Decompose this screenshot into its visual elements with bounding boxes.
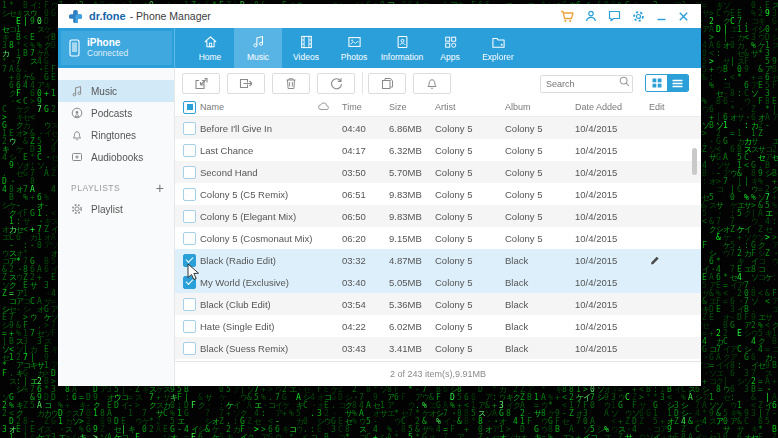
minimize-icon[interactable] [656,11,667,22]
row-checkbox[interactable] [183,232,196,245]
column-artist: Artist [435,102,505,112]
column-size: Size [389,102,435,112]
song-time: 04:17 [342,145,389,156]
song-artist: Colony 5 [435,277,505,288]
phone-icon [69,39,80,57]
sidebar-item-ringtones[interactable]: Ringtones [58,124,174,146]
notification-button[interactable] [413,73,451,94]
row-checkbox[interactable] [183,320,196,333]
song-name: Black (Club Edit) [200,299,318,310]
song-name: Second Hand [200,167,318,178]
tab-music[interactable]: Music [234,28,282,68]
tab-apps[interactable]: Apps [426,28,474,68]
list-view-button[interactable] [667,75,688,91]
sidebar-item-audiobooks[interactable]: Audiobooks [58,146,174,168]
sidebar-item-podcasts[interactable]: Podcasts [58,102,174,124]
device-status: Connected [87,49,128,59]
table-row[interactable]: Colony 5 (Elegant Mix) 06:50 9.83MB Colo… [175,205,701,227]
song-artist: Colony 5 [435,189,505,200]
table-row[interactable]: Black (Suess Remix) 03:43 3.41MB Colony … [175,337,701,359]
table-row[interactable]: Black (Club Edit) 03:54 5.36MB Colony 5 … [175,293,701,315]
row-checkbox[interactable] [183,210,196,223]
tab-information[interactable]: Information [378,28,426,68]
tab-videos[interactable]: Videos [282,28,330,68]
trash-icon [285,77,297,90]
column-edit: Edit [649,102,701,112]
song-date-added: 10/4/2015 [575,343,649,354]
export-icon [239,77,253,90]
song-album: Black [505,277,575,288]
device-panel[interactable]: iPhone Connected [61,31,172,65]
table-row[interactable]: Second Hand 03:50 5.70MB Colony 5 Colony… [175,161,701,183]
song-time: 03:50 [342,167,389,178]
grid-view-button[interactable] [646,75,667,91]
song-name: Black (Radio Edit) [200,255,318,266]
column-date-added: Date Added [575,102,649,112]
table-row[interactable]: Colony 5 (Cosmonaut Mix) 06:20 9.15MB Co… [175,227,701,249]
song-album: Colony 5 [505,189,575,200]
song-size: 6.02MB [389,321,435,332]
tab-explorer[interactable]: Explorer [474,28,522,68]
song-album: Black [505,299,575,310]
copy-button[interactable] [368,73,406,94]
sidebar-item-playlist[interactable]: Playlist [58,198,174,220]
row-checkbox[interactable] [183,188,196,201]
row-checkbox[interactable] [183,276,196,289]
song-size: 5.05MB [389,277,435,288]
title-bar: dr.fone - Phone Manager [58,4,701,28]
column-name: Name [200,102,318,112]
row-checkbox[interactable] [183,342,196,355]
row-checkbox[interactable] [183,254,196,267]
song-time: 03:32 [342,255,389,266]
song-date-added: 10/4/2015 [575,299,649,310]
song-time: 03:54 [342,299,389,310]
close-icon[interactable] [678,11,689,22]
settings-icon[interactable] [632,10,645,23]
row-checkbox[interactable] [183,166,196,179]
song-size: 4.87MB [389,255,435,266]
row-checkbox[interactable] [183,122,196,135]
account-icon[interactable] [585,10,597,22]
song-date-added: 10/4/2015 [575,145,649,156]
select-all-checkbox[interactable] [183,101,196,114]
store-cart-icon[interactable] [560,10,574,23]
table-row[interactable]: Before I'll Give In 04:40 6.86MB Colony … [175,117,701,139]
refresh-icon [330,77,343,90]
search-icon [619,76,630,87]
refresh-button[interactable] [317,73,355,94]
song-artist: Colony 5 [435,167,505,178]
bell-icon [426,77,438,90]
row-checkbox[interactable] [183,298,196,311]
table-row[interactable]: Hate (Single Edit) 04:22 6.02MB Colony 5… [175,315,701,337]
bell-icon [71,129,83,141]
song-date-added: 10/4/2015 [575,123,649,134]
podcast-icon [71,107,83,119]
delete-button[interactable] [272,73,310,94]
table-row[interactable]: Last Chance 04:17 6.32MB Colony 5 Colony… [175,139,701,161]
feedback-icon[interactable] [608,10,621,22]
table-header: Name Time Size Artist Album Date Added E… [175,98,701,117]
app-window: dr.fone - Phone Manager [58,4,701,386]
song-artist: Colony 5 [435,299,505,310]
tab-home[interactable]: Home [186,28,234,68]
sidebar-item-music[interactable]: Music [58,80,174,102]
song-date-added: 10/4/2015 [575,189,649,200]
table-row[interactable]: My World (Exclusive) 03:40 5.05MB Colony… [175,271,701,293]
sidebar: Music Podcasts Ringtones [58,68,175,386]
information-icon [394,34,411,50]
add-playlist-button[interactable]: + [156,181,164,195]
scrollbar-thumb[interactable] [692,148,697,175]
export-button[interactable] [227,73,265,94]
table-row[interactable]: Colony 5 (C5 Remix) 06:51 9.83MB Colony … [175,183,701,205]
status-bar: 2 of 243 item(s),9.91MB [175,361,701,386]
song-time: 04:40 [342,123,389,134]
song-artist: Colony 5 [435,145,505,156]
table-row[interactable]: Black (Radio Edit) 03:32 4.87MB Colony 5… [175,249,701,271]
song-time: 06:51 [342,189,389,200]
import-button[interactable] [182,73,220,94]
song-size: 5.70MB [389,167,435,178]
tab-photos[interactable]: Photos [330,28,378,68]
edit-pencil-icon[interactable] [649,255,660,266]
row-checkbox[interactable] [183,144,196,157]
toolbar-separator [362,72,363,94]
